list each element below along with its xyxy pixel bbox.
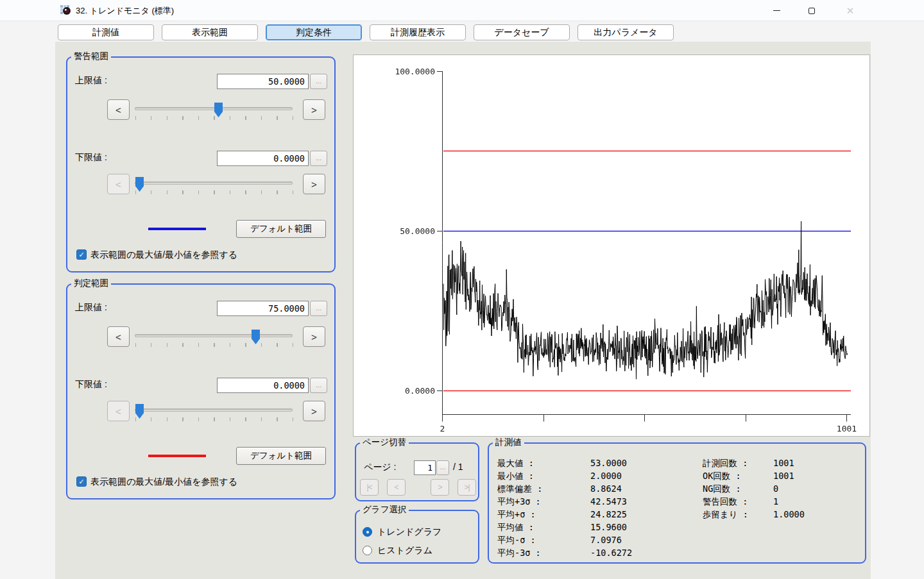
judgment-reference-checkbox[interactable]: ✓	[76, 476, 87, 487]
warning-range-legend: 警告範囲	[71, 51, 111, 62]
check-icon: ✓	[78, 478, 84, 486]
tab-bar: 計測値 表示範囲 判定条件 計測履歴表示 データセーブ 出力パラメータ	[58, 24, 674, 40]
judgment-upper-slider-prev-button[interactable]: <	[107, 326, 130, 347]
maximize-button[interactable]	[797, 0, 826, 21]
trend-graph-radio[interactable]	[363, 527, 372, 537]
close-icon: ✕	[846, 6, 855, 15]
warning-default-range-button[interactable]: デフォルト範囲	[236, 220, 326, 238]
warning-lower-input[interactable]	[217, 151, 309, 166]
warning-upper-slider-prev-button[interactable]: <	[107, 99, 130, 120]
graph-select-legend: グラフ選択	[360, 505, 409, 515]
close-button[interactable]: ✕	[835, 0, 865, 21]
warning-upper-slider-track[interactable]	[135, 107, 293, 110]
prev-page-button[interactable]: <	[387, 479, 406, 496]
judgment-upper-slider-next-button[interactable]: >	[303, 326, 325, 347]
judgment-lower-slider-next-button[interactable]: >	[303, 401, 325, 421]
warning-line-sample	[148, 228, 206, 230]
app-icon	[60, 5, 71, 16]
warning-lower-slider-track[interactable]	[135, 181, 293, 185]
judgment-upper-more-button[interactable]: ...	[310, 301, 327, 316]
stat-label: 平均+3σ :	[497, 496, 541, 508]
stat-value: 24.8225	[590, 509, 627, 519]
stat-value: 53.0000	[590, 458, 627, 468]
stat-value: 1001	[773, 471, 794, 481]
judgment-lower-label: 下限値 :	[75, 379, 107, 390]
maximize-icon	[809, 8, 815, 14]
page-label: ページ :	[364, 462, 396, 473]
warning-lower-label: 下限値 :	[75, 152, 107, 164]
judgment-upper-slider-ticks	[135, 343, 293, 347]
warning-upper-input[interactable]	[217, 74, 309, 89]
title-bar: 32. トレンドモニタ (標準) ✕	[0, 0, 924, 21]
judgment-lower-slider-prev-button[interactable]: <	[107, 401, 130, 421]
warning-reference-checkbox[interactable]: ✓	[76, 249, 87, 260]
first-page-button[interactable]: |<	[360, 479, 379, 496]
stat-label: 歩留まり :	[703, 509, 748, 521]
page-switch-legend: ページ切替	[360, 437, 409, 448]
stat-value: 1001	[773, 458, 794, 468]
histogram-radio-label: ヒストグラム	[377, 545, 432, 557]
warning-upper-slider-ticks	[135, 116, 293, 120]
judgment-default-range-button[interactable]: デフォルト範囲	[236, 447, 326, 465]
tab-measurement-history[interactable]: 計測履歴表示	[370, 24, 466, 40]
minimize-icon	[773, 10, 780, 11]
page-more-button[interactable]: ...	[436, 460, 449, 475]
measurements-legend: 計測値	[493, 437, 524, 448]
stat-label: 最小値 :	[497, 471, 534, 482]
warning-upper-slider-next-button[interactable]: >	[303, 99, 325, 120]
warning-lower-slider-ticks	[135, 190, 293, 194]
stat-label: 標準偏差 :	[497, 483, 542, 495]
stat-value: 1	[773, 496, 778, 507]
stat-value: 7.0976	[590, 535, 622, 545]
tab-output-parameters[interactable]: 出力パラメータ	[578, 24, 674, 40]
judgment-upper-label: 上限値 :	[75, 302, 107, 314]
warning-lower-more-button[interactable]: ...	[310, 151, 327, 166]
stat-label: OK回数 :	[703, 471, 741, 482]
judgment-upper-slider-track[interactable]	[135, 334, 293, 337]
trend-monitor-window: 32. トレンドモニタ (標準) ✕ 計測値 表示範囲 判定条件 計測履歴表示 …	[0, 0, 924, 579]
stat-value: 15.9600	[590, 522, 627, 532]
judgment-range-legend: 判定範囲	[71, 278, 111, 289]
minimize-button[interactable]	[762, 0, 791, 21]
stat-value: 0	[773, 483, 778, 494]
page-total: / 1	[453, 462, 463, 472]
judgment-lower-input[interactable]	[217, 378, 309, 393]
judgment-lower-slider-track[interactable]	[135, 408, 293, 412]
trend-graph-radio-label: トレンドグラフ	[377, 526, 441, 538]
trend-chart-canvas	[354, 55, 869, 436]
tab-display-range[interactable]: 表示範囲	[162, 24, 258, 40]
stat-value: 8.8624	[590, 483, 622, 494]
stat-label: 平均-σ :	[497, 535, 536, 546]
stat-label: 平均値 :	[497, 522, 534, 533]
stat-value: 2.0000	[590, 471, 622, 481]
stat-label: NG回数 :	[703, 483, 741, 495]
page-input[interactable]	[414, 460, 436, 475]
warning-lower-slider-prev-button[interactable]: <	[107, 174, 130, 194]
histogram-radio[interactable]	[363, 546, 372, 555]
stat-label: 平均+σ :	[497, 509, 536, 521]
stat-value: 1.0000	[773, 509, 805, 519]
judgment-lower-more-button[interactable]: ...	[310, 378, 327, 393]
warning-upper-more-button[interactable]: ...	[310, 74, 327, 89]
stat-value: 42.5473	[590, 496, 627, 507]
judgment-line-sample	[148, 455, 206, 457]
warning-lower-slider-next-button[interactable]: >	[303, 174, 325, 194]
tab-data-save[interactable]: データセーブ	[474, 24, 570, 40]
next-page-button[interactable]: >	[431, 479, 449, 496]
last-page-button[interactable]: >|	[458, 479, 476, 496]
tab-judgment-conditions[interactable]: 判定条件	[266, 24, 362, 40]
stat-label: 警告回数 :	[703, 496, 748, 508]
judgment-upper-input[interactable]	[217, 301, 309, 316]
warning-reference-checkbox-label: 表示範囲の最大値/最小値を参照する	[90, 249, 237, 261]
tab-measured-values[interactable]: 計測値	[58, 24, 154, 40]
measurements-group	[488, 442, 866, 564]
stat-label: 計測回数 :	[703, 458, 748, 469]
judgment-lower-slider-ticks	[135, 417, 293, 421]
check-icon: ✓	[78, 251, 84, 259]
stat-value: -10.6272	[590, 548, 632, 558]
stat-label: 最大値 :	[497, 458, 534, 469]
judgment-reference-checkbox-label: 表示範囲の最大値/最小値を参照する	[90, 476, 237, 488]
stat-label: 平均-3σ :	[497, 548, 541, 559]
warning-upper-label: 上限値 :	[75, 75, 107, 87]
trend-chart-area	[353, 55, 870, 437]
